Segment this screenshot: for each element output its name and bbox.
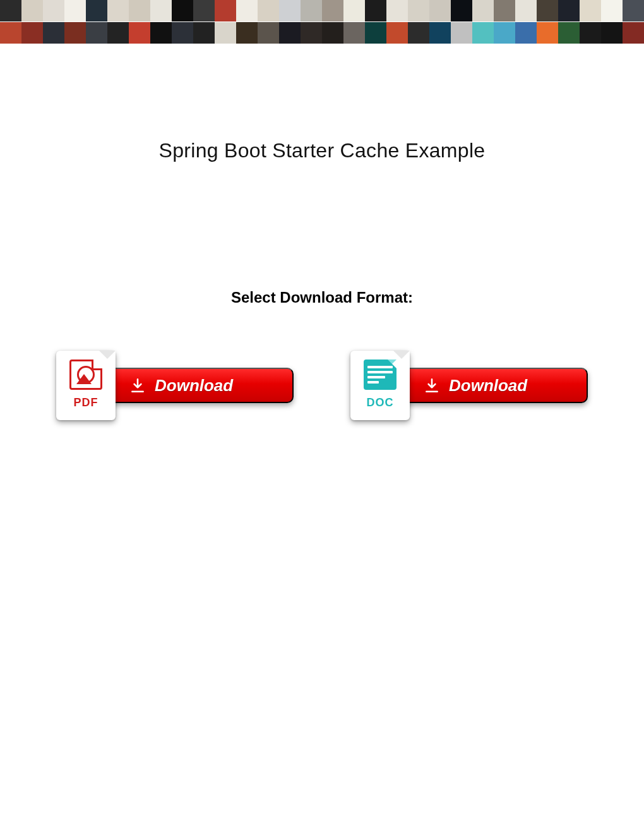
collage-tile — [64, 22, 86, 44]
collage-tile — [279, 22, 301, 44]
download-arrow-icon — [129, 377, 146, 394]
doc-file-icon: DOC — [350, 351, 410, 420]
collage-tile — [236, 0, 258, 21]
collage-tile — [343, 0, 365, 21]
collage-tile — [365, 0, 386, 21]
collage-tile — [107, 0, 129, 21]
collage-tile — [107, 22, 129, 44]
pdf-file-icon: PDF — [56, 351, 116, 420]
collage-tile — [408, 22, 429, 44]
collage-tile — [408, 0, 429, 21]
download-pdf-button[interactable]: Download — [104, 368, 294, 403]
download-unit-pdf: PDF Download — [56, 351, 294, 420]
pdf-badge-label: PDF — [74, 396, 98, 409]
collage-tile — [301, 0, 322, 21]
collage-tile — [386, 22, 408, 44]
collage-tile — [129, 0, 150, 21]
collage-tile — [86, 0, 107, 21]
collage-tile — [451, 0, 472, 21]
collage-tile — [623, 0, 644, 21]
collage-tile — [558, 22, 580, 44]
collage-tile — [472, 0, 494, 21]
collage-tile — [537, 0, 558, 21]
collage-tile — [365, 22, 386, 44]
collage-tile — [451, 22, 472, 44]
collage-tile — [429, 22, 451, 44]
collage-tile — [193, 22, 215, 44]
collage-tile — [601, 0, 623, 21]
collage-tile — [150, 22, 172, 44]
collage-tile — [193, 0, 215, 21]
collage-tile — [558, 0, 580, 21]
download-doc-label: Download — [449, 376, 527, 396]
collage-tile — [258, 0, 279, 21]
pdf-glyph-icon — [69, 360, 102, 390]
collage-tile — [343, 22, 365, 44]
collage-tile — [537, 22, 558, 44]
download-doc-button[interactable]: Download — [398, 368, 588, 403]
collage-tile — [129, 22, 150, 44]
doc-badge-label: DOC — [367, 396, 394, 409]
collage-tile — [215, 22, 236, 44]
download-unit-doc: DOC Download — [350, 351, 588, 420]
collage-tile — [601, 22, 623, 44]
collage-tile — [43, 0, 64, 21]
collage-tile — [215, 0, 236, 21]
collage-tile — [429, 0, 451, 21]
collage-tile — [258, 22, 279, 44]
collage-tile — [322, 0, 343, 21]
collage-tile — [86, 22, 107, 44]
collage-tile — [0, 0, 21, 21]
collage-tile — [580, 0, 601, 21]
collage-tile — [64, 0, 86, 21]
collage-tile — [623, 22, 644, 44]
collage-tile — [172, 22, 193, 44]
page-title: Spring Boot Starter Cache Example — [0, 139, 644, 162]
collage-tile — [0, 22, 21, 44]
header-collage — [0, 0, 644, 44]
download-arrow-icon — [424, 377, 440, 394]
collage-tile — [322, 22, 343, 44]
collage-tile — [279, 0, 301, 21]
collage-tile — [150, 0, 172, 21]
collage-tile — [515, 22, 537, 44]
collage-tile — [43, 22, 64, 44]
collage-tile — [301, 22, 322, 44]
select-download-format-heading: Select Download Format: — [0, 289, 644, 306]
collage-tile — [236, 22, 258, 44]
collage-tile — [21, 0, 43, 21]
collage-tile — [494, 0, 515, 21]
doc-glyph-icon — [364, 360, 397, 390]
collage-tile — [580, 22, 601, 44]
collage-tile — [21, 22, 43, 44]
collage-tile — [515, 0, 537, 21]
collage-tile — [472, 22, 494, 44]
download-pdf-label: Download — [155, 376, 233, 396]
collage-tile — [172, 0, 193, 21]
download-buttons-row: PDF Download DOC Download — [0, 351, 644, 420]
collage-tile — [386, 0, 408, 21]
collage-tile — [494, 22, 515, 44]
